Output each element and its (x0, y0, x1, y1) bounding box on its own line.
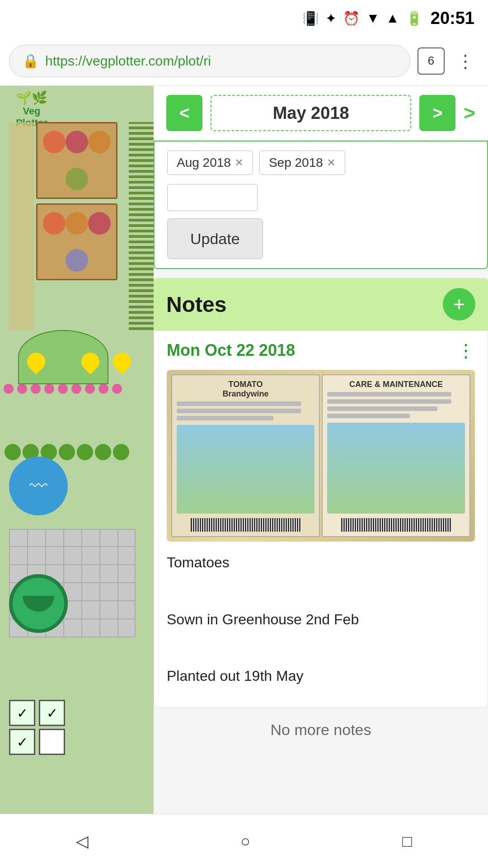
battery-icon: 🔋 (406, 10, 422, 26)
packet-line (177, 416, 273, 420)
veg-row-right (129, 122, 154, 330)
bed-patch (88, 212, 111, 235)
month-nav-bar: < May 2018 > > (154, 86, 488, 141)
bed-patch (66, 249, 88, 272)
bed-patch (66, 168, 88, 190)
remove-filter-aug2018[interactable]: ✕ (235, 156, 244, 169)
pink-dot (112, 384, 122, 394)
pink-dot (31, 384, 41, 394)
right-panel: < May 2018 > > Aug 2018 ✕ Sep 2018 ✕ Upd… (154, 86, 488, 868)
barcode-left (191, 518, 301, 532)
vibrate-icon: 📳 (302, 10, 319, 26)
pink-dot (99, 384, 108, 394)
raised-bed-1 (36, 122, 117, 199)
bed-patch (66, 131, 88, 153)
checkbox-4[interactable] (39, 729, 65, 755)
lock-icon: 🔒 (22, 53, 39, 69)
lettuce-plant (5, 444, 21, 460)
packet-line (177, 401, 301, 406)
signal-icon: ▼ (366, 10, 380, 26)
note-options-button[interactable]: ⋮ (457, 340, 475, 361)
tab-count[interactable]: 6 (418, 47, 445, 75)
seed-packets: TOMATOBrandywine CARE & MAINTENANCE (167, 370, 475, 542)
bed-patch (66, 212, 88, 235)
yellow-marker-3 (109, 349, 135, 375)
update-button[interactable]: Update (167, 218, 263, 259)
round-feature (9, 574, 68, 633)
month-display: May 2018 (211, 95, 411, 131)
bed-patch (43, 212, 66, 235)
packet-line (327, 399, 451, 404)
logo-seeds-icon: 🌱🌿 (5, 90, 59, 105)
pink-dot (58, 384, 68, 394)
barcode-right (341, 518, 451, 532)
bed-patch (43, 131, 66, 153)
fast-forward-arrow[interactable]: > (464, 102, 475, 124)
url-text: https://vegplotter.com/plot/ri (45, 53, 211, 69)
note-card: Mon Oct 22 2018 ⋮ TOMATOBrandywine CARE (154, 330, 488, 708)
packet-line (327, 414, 410, 418)
note-line-5: Planted out 19th May (167, 666, 475, 686)
add-note-button[interactable]: + (443, 288, 475, 321)
filter-input[interactable] (167, 184, 258, 211)
remove-filter-sep2018[interactable]: ✕ (327, 156, 336, 169)
alarm-icon: ⏰ (343, 10, 360, 26)
seed-packet-left: TOMATOBrandywine (171, 374, 320, 537)
packet-line (327, 406, 437, 411)
pink-dot (44, 384, 54, 394)
pink-dot (17, 384, 27, 394)
packet-map-right (327, 423, 465, 514)
prev-month-button[interactable]: < (166, 95, 202, 131)
status-bar: 📳 ✦ ⏰ ▼ ▲ 🔋 20:51 (0, 0, 488, 36)
note-date: Mon Oct 22 2018 (167, 341, 295, 360)
checkbox-3[interactable]: ✓ (9, 729, 35, 755)
filter-tag-label: Sep 2018 (269, 156, 323, 170)
water-icon: 〰 (29, 476, 47, 496)
filter-tag-label: Aug 2018 (177, 156, 231, 170)
time-display: 20:51 (431, 9, 474, 28)
lettuce-plant (113, 444, 129, 460)
packet-title-left: TOMATOBrandywine (177, 380, 314, 399)
back-button[interactable]: ◁ (76, 832, 89, 851)
raised-bed-area (36, 122, 122, 294)
checkbox-1[interactable]: ✓ (9, 700, 35, 726)
filter-tags: Aug 2018 ✕ Sep 2018 ✕ (167, 151, 474, 175)
filter-tag-aug2018[interactable]: Aug 2018 ✕ (167, 151, 253, 175)
raised-bed-2 (36, 203, 117, 280)
url-bar[interactable]: 🔒 https://vegplotter.com/plot/ri (9, 45, 410, 77)
pink-dot (85, 384, 95, 394)
pink-dot (71, 384, 81, 394)
path-area (9, 122, 34, 330)
signal-bars-icon: ▲ (386, 10, 399, 26)
browser-bar: 🔒 https://vegplotter.com/plot/ri 6 ⋮ (0, 36, 488, 86)
water-feature: 〰 (9, 457, 68, 515)
packet-line (327, 392, 451, 396)
next-month-button[interactable]: > (419, 95, 455, 131)
browser-menu-button[interactable]: ⋮ (452, 51, 479, 71)
round-inner (23, 596, 54, 612)
checkbox-2[interactable]: ✓ (39, 700, 65, 726)
notes-header: Notes + (154, 278, 488, 330)
filters-area: Aug 2018 ✕ Sep 2018 ✕ Update (154, 141, 488, 269)
notes-title: Notes (166, 292, 226, 317)
note-line-4 (167, 637, 475, 658)
lettuce-plant (59, 444, 75, 460)
note-image: TOMATOBrandywine CARE & MAINTENANCE (167, 370, 475, 542)
note-line-1: Tomatoes (167, 552, 475, 573)
bluetooth-icon: ✦ (325, 10, 337, 26)
checkbox-area: ✓ ✓ ✓ (9, 700, 66, 755)
main-content: 🌱🌿 VegPlotter (0, 86, 488, 868)
seed-packet-right: CARE & MAINTENANCE (322, 374, 470, 537)
lettuce-plant (95, 444, 111, 460)
status-icons: 📳 ✦ ⏰ ▼ ▲ 🔋 (302, 10, 422, 26)
garden-panel: 🌱🌿 VegPlotter (0, 86, 154, 868)
filter-tag-sep2018[interactable]: Sep 2018 ✕ (259, 151, 345, 175)
pink-dot (4, 384, 14, 394)
recent-apps-button[interactable]: □ (402, 832, 412, 851)
note-date-row: Mon Oct 22 2018 ⋮ (167, 340, 475, 361)
bed-patch (88, 131, 111, 153)
filter-input-row (167, 184, 474, 211)
note-line-3: Sown in Greenhouse 2nd Feb (167, 609, 475, 630)
lettuce-plant (77, 444, 93, 460)
home-button[interactable]: ○ (240, 832, 250, 851)
